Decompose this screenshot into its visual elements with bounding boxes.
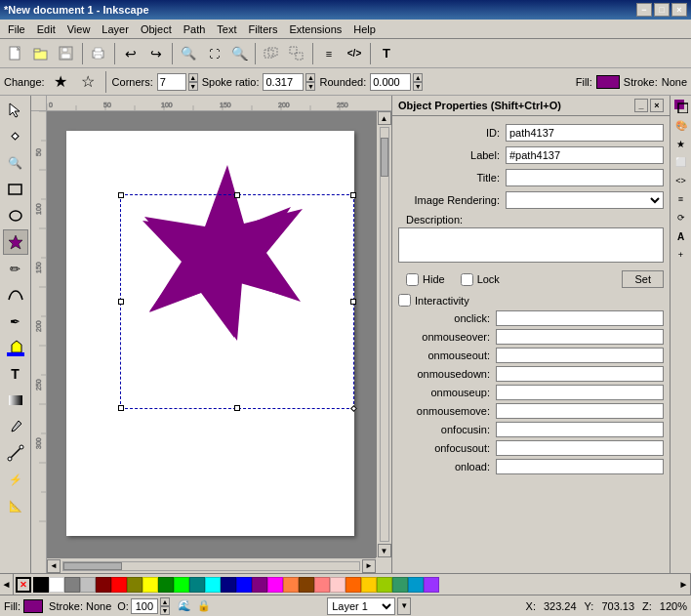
zoom-tool[interactable]: 🔍 (3, 150, 28, 176)
menu-help[interactable]: Help (347, 21, 382, 37)
color-swatch-olive[interactable] (127, 577, 142, 593)
open-button[interactable] (29, 42, 53, 65)
description-input[interactable] (398, 227, 664, 263)
menu-view[interactable]: View (61, 21, 97, 37)
calligraphy-tool[interactable]: ✒ (3, 308, 28, 334)
scroll-right-btn[interactable]: ► (362, 559, 376, 573)
ungroup-button[interactable] (285, 42, 308, 65)
color-swatch-white[interactable] (49, 577, 64, 593)
onmouseover-input[interactable] (496, 329, 664, 345)
palette-scroll-right[interactable]: ► (677, 574, 691, 595)
color-swatch-violet[interactable] (424, 577, 439, 593)
zoom-out-button[interactable]: 🔍- (227, 42, 251, 65)
fill-color-swatch[interactable] (596, 75, 620, 89)
spray-tool[interactable]: ⚡ (3, 467, 28, 492)
menu-path[interactable]: Path (178, 21, 212, 37)
color-swatch-green[interactable] (158, 577, 174, 593)
node-tool[interactable] (3, 124, 28, 149)
ellipse-tool[interactable] (3, 203, 28, 228)
xml-editor-button[interactable]: </> (343, 42, 366, 65)
opacity-input[interactable] (131, 598, 158, 614)
transform-btn[interactable]: ⟳ (672, 209, 690, 226)
color-swatch-navy[interactable] (221, 577, 236, 593)
menu-text[interactable]: Text (211, 21, 242, 37)
color-swatch-darkorange[interactable] (346, 577, 361, 593)
color-swatch-purple[interactable] (252, 577, 267, 593)
scrollbar-horizontal[interactable]: ◄ ► (47, 557, 376, 573)
color-swatch-magenta[interactable] (267, 577, 283, 593)
color-swatch-orange[interactable] (283, 577, 299, 593)
color-swatch-lime[interactable] (174, 577, 189, 593)
lock-checkbox-label[interactable]: Lock (461, 273, 500, 286)
onmousemove-input[interactable] (496, 403, 664, 419)
measure-tool[interactable]: 📐 (3, 493, 28, 518)
pencil-tool[interactable]: ✏ (3, 256, 28, 281)
opacity-down[interactable]: ▼ (160, 606, 170, 615)
no-paint-swatch[interactable]: ✕ (16, 577, 31, 593)
symbols-btn[interactable]: ★ (672, 135, 690, 152)
aligndist-btn[interactable]: ≡ (672, 190, 690, 208)
scroll-thumb-h[interactable] (63, 562, 122, 570)
rounded-input[interactable] (370, 73, 411, 91)
redo-button[interactable]: ↪ (144, 42, 168, 65)
undo-button[interactable]: ↩ (119, 42, 142, 65)
opacity-spinner[interactable]: ▲ ▼ (160, 597, 170, 615)
xmleditor-btn[interactable]: <> (672, 172, 690, 189)
color-swatch-cyan[interactable] (205, 577, 221, 593)
spoke-ratio-spinner[interactable]: ▲▼ (305, 73, 315, 91)
menu-layer[interactable]: Layer (96, 21, 135, 37)
rounded-spinner[interactable]: ▲▼ (413, 73, 423, 91)
color-swatch-gray[interactable] (64, 577, 80, 593)
guide-btn[interactable]: + (672, 246, 690, 264)
color-swatch-gold[interactable] (361, 577, 377, 593)
scroll-thumb-v[interactable] (381, 138, 388, 177)
onfocusin-input[interactable] (496, 422, 664, 437)
hide-checkbox[interactable] (406, 273, 419, 286)
panel-close-btn[interactable]: × (650, 99, 664, 112)
print-button[interactable] (87, 42, 110, 65)
image-rendering-select[interactable] (506, 191, 664, 209)
menu-file[interactable]: File (2, 21, 31, 37)
group-button[interactable] (260, 42, 283, 65)
panel-minimize-btn[interactable]: _ (634, 99, 648, 112)
onmousedown-input[interactable] (496, 366, 664, 382)
close-button[interactable]: × (671, 3, 687, 17)
corners-input[interactable] (157, 73, 186, 91)
menu-edit[interactable]: Edit (31, 21, 61, 37)
id-input[interactable] (506, 124, 664, 142)
star-alt-icon-btn[interactable]: ☆ (76, 70, 100, 94)
color-swatch-yellow[interactable] (142, 577, 158, 593)
fill-tool[interactable] (3, 335, 28, 360)
swatches-btn[interactable]: 🎨 (672, 116, 690, 134)
gradient-tool[interactable] (3, 388, 28, 413)
color-swatch-black[interactable] (33, 577, 49, 593)
color-swatch-brown[interactable] (299, 577, 314, 593)
palette-scroll-left[interactable]: ◄ (0, 574, 14, 595)
hide-checkbox-label[interactable]: Hide (406, 273, 445, 286)
title-input[interactable] (506, 169, 664, 186)
zoom-fit-button[interactable]: ⛶ (202, 42, 225, 65)
menu-extensions[interactable]: Extensions (283, 21, 347, 37)
scroll-down-btn[interactable]: ▼ (378, 544, 391, 557)
menu-object[interactable]: Object (135, 21, 178, 37)
corners-spinner[interactable]: ▲▼ (188, 73, 198, 91)
color-swatch-blue[interactable] (236, 577, 252, 593)
layer-select[interactable]: Layer 1 (327, 597, 395, 615)
canvas-scroll-area[interactable] (47, 111, 391, 557)
eyedropper-tool[interactable] (3, 414, 28, 439)
star-tool[interactable] (3, 229, 28, 255)
layer-dropdown-btn[interactable]: ▼ (397, 597, 411, 615)
color-swatch-seagreen[interactable] (392, 577, 408, 593)
fill-status-swatch[interactable] (23, 599, 43, 613)
scroll-left-btn[interactable]: ◄ (47, 559, 61, 573)
rect-tool[interactable] (3, 177, 28, 202)
textfont-btn[interactable]: A (672, 227, 690, 245)
save-button[interactable] (55, 42, 78, 65)
label-input[interactable] (506, 146, 664, 164)
spoke-ratio-input[interactable] (263, 73, 304, 91)
onmouseout-input[interactable] (496, 348, 664, 363)
color-swatch-pink[interactable] (314, 577, 330, 593)
onclick-input[interactable] (496, 310, 664, 326)
object-btn[interactable]: ⬜ (672, 153, 690, 171)
onfocusout-input[interactable] (496, 440, 664, 456)
